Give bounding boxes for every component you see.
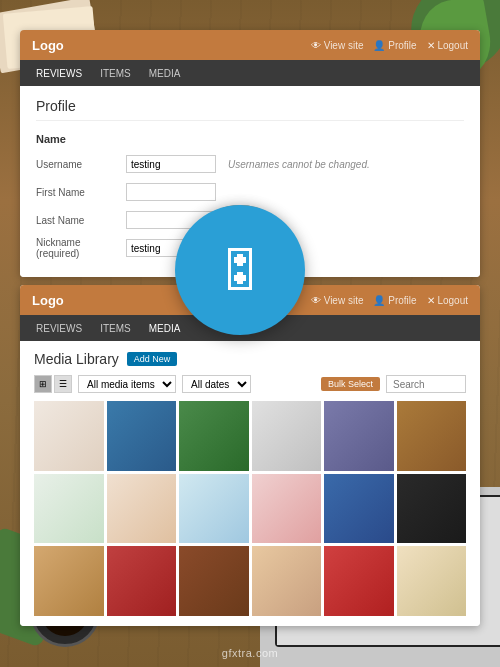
- view-site-link[interactable]: 👁 View site: [311, 40, 364, 51]
- bottom-logout-link[interactable]: ✕ Logout: [427, 295, 468, 306]
- label-firstname: First Name: [36, 187, 126, 198]
- filter-media-select[interactable]: All media items: [78, 375, 176, 393]
- top-panel-nav-right: 👁 View site 👤 Profile ✕ Logout: [311, 40, 468, 51]
- top-panel-logo: Logo: [32, 38, 64, 53]
- profile-link[interactable]: 👤 Profile: [373, 40, 416, 51]
- media-thumb-16[interactable]: [252, 546, 322, 616]
- dashboard-circle: 🎛: [175, 205, 305, 335]
- media-thumb-12[interactable]: [397, 474, 467, 544]
- add-new-button[interactable]: Add New: [127, 352, 178, 366]
- view-toggle: ⊞ ☰: [34, 375, 72, 393]
- media-search-input[interactable]: [386, 375, 466, 393]
- media-header: Media Library Add New: [34, 351, 466, 367]
- overlay-circles: ⚙ 🎛: [120, 140, 320, 340]
- watermark: gfxtra.com: [222, 647, 278, 659]
- top-panel-header: Logo 👁 View site 👤 Profile ✕ Logout: [20, 30, 480, 60]
- media-grid: [34, 401, 466, 616]
- media-thumb-15[interactable]: [179, 546, 249, 616]
- logout-link[interactable]: ✕ Logout: [427, 40, 468, 51]
- bottom-panel-nav-right: 👁 View site 👤 Profile ✕ Logout: [311, 295, 468, 306]
- media-thumb-1[interactable]: [34, 401, 104, 471]
- media-thumb-11[interactable]: [324, 474, 394, 544]
- grid-view-button[interactable]: ⊞: [34, 375, 52, 393]
- label-username: Username: [36, 159, 126, 170]
- label-nickname: Nickname (required): [36, 237, 126, 259]
- media-thumb-14[interactable]: [107, 546, 177, 616]
- bottom-profile-link[interactable]: 👤 Profile: [373, 295, 416, 306]
- media-thumb-18[interactable]: [397, 546, 467, 616]
- dashboard-icon: 🎛: [216, 243, 264, 298]
- media-thumb-8[interactable]: [107, 474, 177, 544]
- media-thumb-4[interactable]: [252, 401, 322, 471]
- media-thumb-5[interactable]: [324, 401, 394, 471]
- bottom-panel-logo: Logo: [32, 293, 64, 308]
- bottom-menu-reviews[interactable]: REVIEWS: [28, 319, 90, 338]
- media-title: Media Library: [34, 351, 119, 367]
- media-thumb-3[interactable]: [179, 401, 249, 471]
- list-view-button[interactable]: ☰: [54, 375, 72, 393]
- media-content: Media Library Add New ⊞ ☰ All media item…: [20, 341, 480, 626]
- top-panel-menu: REVIEWS ITEMS MEDIA: [20, 60, 480, 86]
- media-thumb-13[interactable]: [34, 546, 104, 616]
- menu-item-items[interactable]: ITEMS: [92, 64, 139, 83]
- media-thumb-6[interactable]: [397, 401, 467, 471]
- menu-item-media[interactable]: MEDIA: [141, 64, 189, 83]
- bulk-select-button[interactable]: Bulk Select: [321, 377, 380, 391]
- media-thumb-9[interactable]: [179, 474, 249, 544]
- filter-dates-select[interactable]: All dates: [182, 375, 251, 393]
- page-title: Profile: [36, 98, 464, 121]
- media-thumb-2[interactable]: [107, 401, 177, 471]
- desktop-background: Logo 👁 View site 👤 Profile ✕ Logout REVI…: [0, 0, 500, 667]
- media-toolbar: ⊞ ☰ All media items All dates Bulk Selec…: [34, 375, 466, 393]
- media-thumb-7[interactable]: [34, 474, 104, 544]
- media-thumb-17[interactable]: [324, 546, 394, 616]
- media-thumb-10[interactable]: [252, 474, 322, 544]
- menu-item-reviews[interactable]: REVIEWS: [28, 64, 90, 83]
- label-lastname: Last Name: [36, 215, 126, 226]
